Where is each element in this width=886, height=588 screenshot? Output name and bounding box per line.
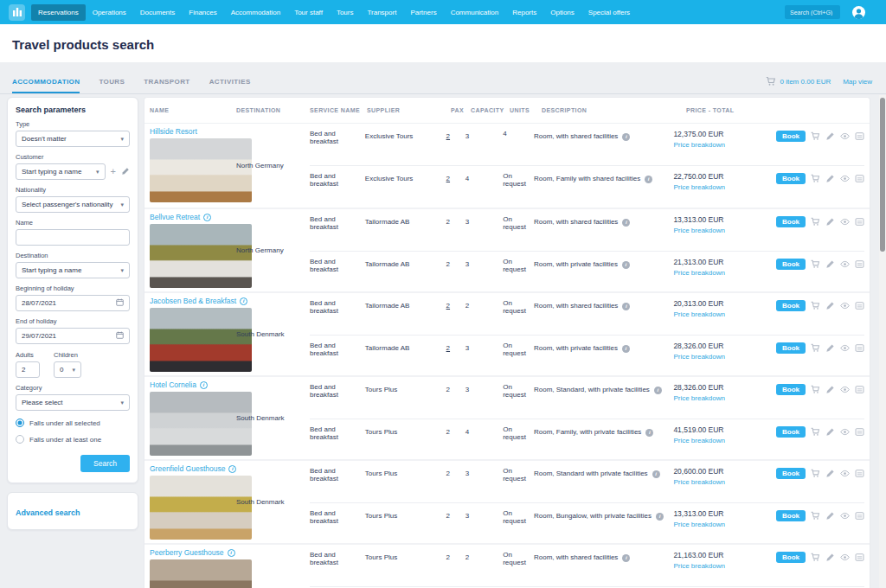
- book-button[interactable]: Book: [776, 131, 806, 142]
- global-search-input[interactable]: [785, 5, 840, 19]
- eye-icon[interactable]: [840, 301, 850, 310]
- search-button[interactable]: Search: [80, 455, 130, 472]
- eye-icon[interactable]: [840, 131, 850, 141]
- price-breakdown-link[interactable]: Price breakdown: [673, 183, 776, 191]
- calendar-icon[interactable]: [116, 331, 124, 341]
- tab-transport[interactable]: TRANSPORT: [144, 78, 189, 93]
- nav-item-operations[interactable]: Operations: [86, 4, 133, 21]
- photo-icon[interactable]: [855, 343, 864, 353]
- eye-icon[interactable]: [840, 217, 850, 227]
- nav-item-communication[interactable]: Communication: [444, 4, 506, 21]
- tab-tours[interactable]: TOURS: [99, 78, 125, 93]
- book-button[interactable]: Book: [776, 468, 806, 479]
- property-name[interactable]: Bellvue Retreat: [150, 213, 200, 221]
- photo-icon[interactable]: [855, 427, 864, 437]
- eye-icon[interactable]: [840, 259, 850, 269]
- photo-icon[interactable]: [855, 553, 864, 562]
- edit-icon[interactable]: [825, 553, 835, 562]
- description-info-icon[interactable]: i: [622, 345, 630, 353]
- photo-icon[interactable]: [855, 385, 864, 394]
- photo-icon[interactable]: [855, 217, 864, 227]
- eye-icon[interactable]: [840, 385, 850, 394]
- description-info-icon[interactable]: i: [645, 429, 653, 437]
- property-name[interactable]: Jacobsen Bed & Breakfast: [150, 297, 236, 305]
- nav-item-documents[interactable]: Documents: [133, 4, 182, 21]
- customer-select[interactable]: Start typing a name▾: [16, 163, 106, 180]
- eye-icon[interactable]: [840, 469, 850, 478]
- photo-icon[interactable]: [855, 469, 864, 478]
- book-button[interactable]: Book: [776, 510, 806, 521]
- description-info-icon[interactable]: i: [622, 261, 630, 269]
- cart-icon[interactable]: [811, 131, 820, 141]
- category-select[interactable]: Please select▾: [16, 394, 130, 411]
- cart-icon[interactable]: [811, 217, 820, 227]
- price-breakdown-link[interactable]: Price breakdown: [673, 521, 776, 528]
- nav-item-tours[interactable]: Tours: [330, 4, 361, 21]
- nav-item-tour-staff[interactable]: Tour staff: [287, 4, 330, 21]
- property-name[interactable]: Greenfield Guesthouse: [150, 464, 225, 473]
- radio-falls-under-one[interactable]: Falls under at least one: [16, 435, 130, 444]
- pax-value[interactable]: 2: [446, 175, 450, 182]
- price-breakdown-link[interactable]: Price breakdown: [673, 353, 776, 361]
- name-input[interactable]: [16, 229, 130, 246]
- nav-item-options[interactable]: Options: [543, 4, 581, 21]
- edit-icon[interactable]: [825, 259, 835, 269]
- property-name-link[interactable]: Jacobsen Bed & Breakfasti: [150, 297, 247, 305]
- edit-icon[interactable]: [825, 511, 835, 521]
- cart-icon[interactable]: [766, 76, 776, 86]
- nationality-select[interactable]: Select passenger's nationality▾: [16, 196, 130, 213]
- eye-icon[interactable]: [840, 343, 850, 353]
- edit-icon[interactable]: [825, 217, 835, 227]
- edit-icon[interactable]: [825, 427, 835, 437]
- edit-icon[interactable]: [825, 174, 835, 183]
- property-name[interactable]: Hotel Cornelia: [150, 380, 196, 389]
- price-breakdown-link[interactable]: Price breakdown: [673, 437, 776, 444]
- cart-icon[interactable]: [811, 343, 820, 353]
- pax-value[interactable]: 2: [446, 344, 450, 352]
- price-breakdown-link[interactable]: Price breakdown: [673, 269, 776, 277]
- pax-value[interactable]: 2: [446, 302, 450, 310]
- nav-item-finances[interactable]: Finances: [182, 4, 223, 21]
- cart-icon[interactable]: [811, 553, 820, 562]
- price-breakdown-link[interactable]: Price breakdown: [673, 394, 776, 402]
- property-name[interactable]: Hillside Resort: [150, 127, 197, 136]
- nav-item-accommodation[interactable]: Accommodation: [224, 4, 287, 21]
- price-breakdown-link[interactable]: Price breakdown: [673, 310, 776, 318]
- description-info-icon[interactable]: i: [622, 133, 630, 141]
- description-info-icon[interactable]: i: [654, 387, 662, 394]
- book-button[interactable]: Book: [776, 300, 806, 311]
- property-name-link[interactable]: Greenfield Guesthousei: [150, 464, 236, 473]
- photo-icon[interactable]: [855, 259, 864, 269]
- eye-icon[interactable]: [840, 553, 850, 562]
- property-name-link[interactable]: Hotel Corneliai: [150, 380, 208, 389]
- description-info-icon[interactable]: i: [652, 470, 660, 478]
- children-select[interactable]: 0▾: [54, 361, 81, 378]
- cart-icon[interactable]: [811, 259, 820, 269]
- end-holiday-input[interactable]: 29/07/2021: [16, 328, 130, 344]
- book-button[interactable]: Book: [776, 552, 806, 563]
- edit-icon[interactable]: [825, 343, 835, 353]
- description-info-icon[interactable]: i: [622, 303, 630, 310]
- adults-input[interactable]: [16, 361, 40, 378]
- cart-icon[interactable]: [811, 385, 820, 394]
- property-name[interactable]: Peerberry Guesthouse: [150, 548, 224, 557]
- advanced-search-link[interactable]: Advanced search: [16, 508, 80, 517]
- cart-icon[interactable]: [811, 511, 820, 521]
- destination-select[interactable]: Start typing a name▾: [16, 262, 130, 278]
- cart-icon[interactable]: [811, 427, 820, 437]
- eye-icon[interactable]: [840, 427, 850, 437]
- nav-item-transport[interactable]: Transport: [360, 4, 403, 21]
- eye-icon[interactable]: [840, 174, 850, 183]
- tab-accommodation[interactable]: ACCOMMODATION: [12, 78, 80, 93]
- radio-selected-icon[interactable]: [16, 419, 24, 427]
- property-name-link[interactable]: Peerberry Guesthousei: [150, 548, 235, 557]
- edit-customer-icon[interactable]: [121, 167, 130, 177]
- user-avatar-icon[interactable]: [852, 6, 865, 19]
- description-info-icon[interactable]: i: [622, 554, 630, 562]
- photo-icon[interactable]: [855, 301, 864, 310]
- radio-falls-under-all[interactable]: Falls under all selected: [16, 419, 130, 427]
- nav-item-partners[interactable]: Partners: [403, 4, 443, 21]
- property-name-link[interactable]: Hillside Resort: [150, 127, 197, 136]
- book-button[interactable]: Book: [776, 426, 806, 438]
- cart-summary[interactable]: 0 item 0.00 EUR: [780, 78, 831, 86]
